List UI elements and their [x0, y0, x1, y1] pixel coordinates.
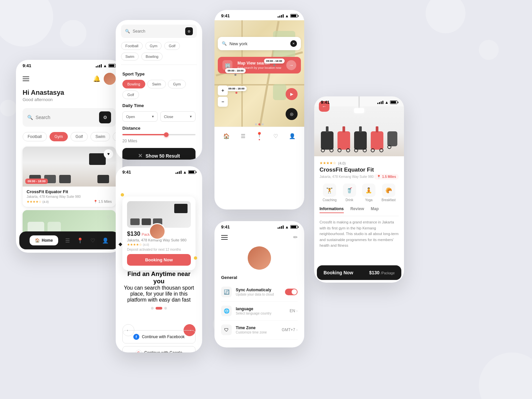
menu-button-5[interactable]: [221, 235, 228, 240]
gym-info-1: CrossFit Equator Fit Jakarta, 478 Kemang…: [23, 187, 116, 207]
settings-item-sync[interactable]: 🔄 Sync Automaticaly Update your data to …: [221, 283, 298, 302]
filter-button[interactable]: ⚙: [99, 111, 111, 123]
tab-swim[interactable]: Swim: [90, 132, 110, 141]
map-pin-dot-2: [273, 64, 275, 66]
booking-footer[interactable]: Booking Now $130 /Package: [317, 265, 401, 280]
search-input[interactable]: [36, 115, 96, 120]
filter-search-input[interactable]: [133, 29, 183, 34]
close-icon: ✕: [138, 153, 142, 159]
map-pin-3[interactable]: 09:00 - 18:00: [226, 86, 247, 94]
booking-deposit-note: Deposit activated for next 12 months: [127, 248, 191, 251]
map-nav-list[interactable]: ☰: [241, 133, 245, 139]
clear-search-button[interactable]: ✕: [290, 40, 297, 47]
filter-tab-bowling[interactable]: Bowling: [141, 53, 163, 61]
timezone-text: Time Zone Customize time zone: [236, 326, 278, 334]
open-time-select[interactable]: Open ▾: [122, 111, 158, 122]
banner-arrow-button[interactable]: →: [286, 60, 296, 70]
tab-golf[interactable]: Golf: [70, 132, 88, 141]
avatar[interactable]: [104, 73, 116, 85]
settings-item-timezone[interactable]: 🛡 Time Zone Customize time zone GMT+7 ›: [221, 321, 298, 339]
filter-tab-golf[interactable]: Golf: [164, 42, 180, 50]
map-nav-map-active[interactable]: 📍: [256, 132, 263, 140]
filter-icon-btn[interactable]: ⚙: [185, 27, 193, 35]
zoom-out-button[interactable]: −: [218, 97, 228, 107]
onboarding-text-section: Find an Anytime near you You can search …: [122, 270, 196, 310]
booking-stars: ★★★★☆ (4.0): [127, 243, 191, 246]
filter-tab-football[interactable]: Football: [121, 42, 143, 50]
sync-toggle[interactable]: [285, 289, 298, 295]
sync-icon: 🔄: [221, 287, 232, 297]
wifi-icon: ▲: [183, 170, 187, 175]
nav-list-button[interactable]: ☰: [65, 237, 70, 244]
park-area2: [273, 84, 287, 100]
deco-dot-yellow2: [194, 256, 197, 260]
chip-gym[interactable]: Gym: [168, 80, 186, 88]
facebook-login-button[interactable]: f Continue with Facebook: [122, 330, 196, 343]
settings-item-language[interactable]: 🌐 language Select language country EN ›: [221, 302, 298, 321]
detail-description: Crossfit is making a grand entrance in J…: [320, 219, 399, 249]
profile-avatar-wrapper: [248, 246, 271, 270]
nav-home-button[interactable]: 🏠 Home: [30, 235, 58, 245]
search-icon: 🔍: [222, 41, 227, 46]
notification-icon[interactable]: 🔔: [93, 75, 100, 82]
show-result-button[interactable]: ✕ Show 50 Result: [122, 148, 196, 160]
chip-bowling[interactable]: Bowling: [122, 80, 145, 88]
phone-home: 9:41 ▲ 🔔 Hi Anastasya Good afternoon: [16, 60, 122, 253]
phone3-body: $130 Package Jakarta, 478 Kemang Way Sui…: [116, 177, 202, 352]
daily-time-label: Daily Time: [122, 103, 196, 108]
gym-stars-1: ★★★★☆ (4.0): [27, 200, 49, 203]
tab-review[interactable]: Review: [350, 206, 364, 213]
favorite-button-2[interactable]: ♡: [104, 213, 113, 222]
gym-card-image-1: 09:00 - 18:00 ♥: [23, 147, 116, 187]
google-icon: G: [136, 350, 142, 352]
status-bar-3: 9:41 ▲: [116, 166, 202, 177]
tab-informations[interactable]: Informations: [320, 206, 344, 213]
amenity-yoga: 🧘 Yoga: [362, 184, 375, 202]
detail-gym-name: CrossFit Equator Fit: [320, 167, 399, 173]
search-container: 🔍 ⚙: [23, 108, 116, 127]
gym-card-1[interactable]: 09:00 - 18:00 ♥ CrossFit Equator Fit Jak…: [23, 147, 116, 207]
header-icons: 🔔: [93, 73, 116, 85]
onboarding-title: Find an Anytime near you: [122, 270, 196, 285]
nav-favorite-button[interactable]: ♡: [90, 237, 95, 244]
breakfast-label: Breakfast: [382, 198, 396, 202]
profile-avatar-card: [149, 223, 166, 240]
edit-icon[interactable]: ✏: [293, 234, 298, 240]
nav-location-button[interactable]: 📍: [77, 237, 83, 244]
range-track[interactable]: [122, 134, 196, 135]
close-time-select[interactable]: Close ▾: [160, 111, 196, 122]
map-search-input[interactable]: [229, 41, 288, 46]
status-bar-4: 9:41 ▲: [214, 10, 304, 20]
detail-body: ★★★★☆ (4.0) CrossFit Equator Fit Jakarta…: [314, 156, 404, 258]
favorite-button-1[interactable]: ♥: [104, 149, 113, 159]
map-view[interactable]: 🔍 ✕ 🏢 Map View search Fast search by you…: [214, 20, 304, 127]
distance-section: Distance 20 Miles: [122, 126, 196, 143]
map-nav-home[interactable]: 🏠: [223, 133, 230, 139]
map-pin-2[interactable]: 09:00 - 18:00: [264, 59, 285, 66]
status-icons-5: ▲: [278, 225, 298, 229]
menu-button[interactable]: [23, 76, 29, 81]
booking-card[interactable]: $130 Package Jakarta, 478 Kemang Way Sui…: [122, 197, 196, 270]
tab-football[interactable]: Football: [23, 132, 47, 141]
filter-tab-swim[interactable]: Swim: [121, 53, 139, 61]
map-pin-1[interactable]: 09:00 - 18:00: [225, 68, 246, 76]
map-nav-heart[interactable]: ♡: [273, 133, 278, 139]
compass-button[interactable]: ◎: [286, 108, 298, 120]
map-play-button[interactable]: ▶: [286, 88, 298, 100]
drink-label: Drink: [345, 198, 353, 202]
filter-tab-gym[interactable]: Gym: [145, 42, 162, 50]
yoga-icon: 🧘: [362, 184, 375, 197]
chip-golf[interactable]: Golf: [122, 90, 139, 99]
tab-map[interactable]: Map: [371, 206, 379, 213]
location-icon: 📍: [377, 175, 381, 179]
zoom-in-button[interactable]: +: [218, 85, 228, 95]
tab-gym[interactable]: Gym: [50, 132, 68, 141]
chip-swim[interactable]: Swim: [147, 80, 166, 88]
detail-tabs: Informations Review Map: [320, 206, 399, 216]
nav-profile-button[interactable]: 👤: [102, 237, 109, 244]
booking-now-button[interactable]: Booking Now: [127, 254, 191, 266]
status-icons-6: ▲: [377, 100, 397, 105]
range-thumb[interactable]: [164, 132, 169, 137]
google-login-button[interactable]: G Continue with Google: [122, 346, 196, 352]
map-nav-profile[interactable]: 👤: [289, 133, 296, 139]
